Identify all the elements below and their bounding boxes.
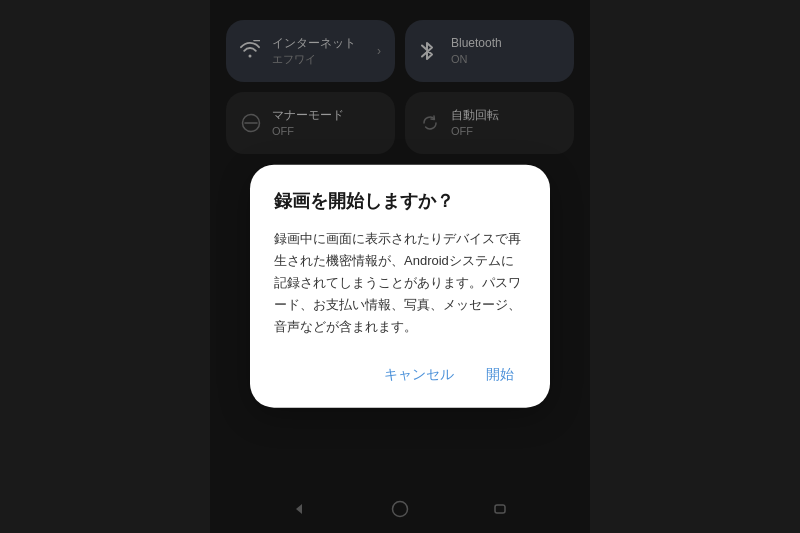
dialog-body: 録画中に画面に表示されたりデバイスで再生された機密情報が、Androidシステム… [274, 227, 526, 337]
dialog-title: 録画を開始しますか？ [274, 188, 526, 213]
start-button[interactable]: 開始 [474, 358, 526, 392]
cancel-button[interactable]: キャンセル [372, 358, 466, 392]
dialog-actions: キャンセル 開始 [274, 358, 526, 392]
screen-record-dialog: 録画を開始しますか？ 録画中に画面に表示されたりデバイスで再生された機密情報が、… [250, 164, 550, 408]
phone-container: インターネット エフワイ › Bluetooth ON [210, 0, 590, 533]
